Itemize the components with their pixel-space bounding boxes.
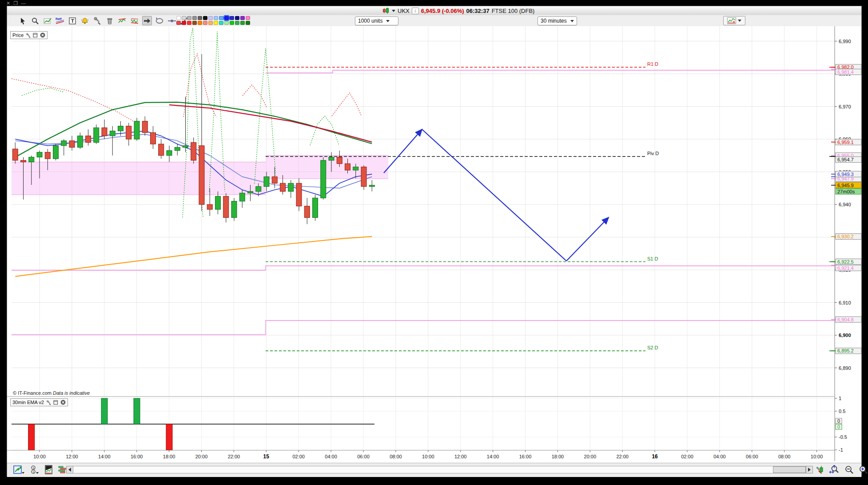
palette-color-1-12[interactable] [240,21,245,25]
zoom-out-icon[interactable] [844,465,855,475]
candle[interactable] [86,136,91,143]
candle[interactable] [223,196,229,218]
candle[interactable] [361,167,366,186]
palette-color-1-1[interactable] [182,21,186,25]
histogram-bar[interactable] [166,424,172,450]
candle[interactable] [369,185,374,187]
segment-tool-icon[interactable] [167,16,177,25]
candle[interactable] [329,157,334,160]
candle[interactable] [61,141,67,146]
candle[interactable] [215,196,221,209]
candle[interactable] [134,121,139,139]
candle[interactable] [37,152,42,157]
alert-bell-icon[interactable] [80,16,90,25]
histogram-bar[interactable] [101,398,108,424]
candle[interactable] [207,204,212,209]
palette-color-0-2[interactable] [187,16,191,20]
candle[interactable] [296,183,302,206]
palette-color-1-0[interactable] [176,21,181,25]
info-icon[interactable]: i [412,8,419,14]
zoom-tool-icon[interactable] [30,16,40,25]
palette-color-0-11[interactable] [235,16,239,20]
candle[interactable] [321,160,326,198]
candle[interactable] [337,157,342,164]
pattern-down-icon[interactable] [130,16,139,25]
palette-color-1-6[interactable] [208,21,213,25]
candle[interactable] [256,187,261,192]
candle[interactable] [175,147,180,150]
candle[interactable] [142,121,147,133]
histogram-bar[interactable] [134,398,140,424]
candle[interactable] [77,136,83,148]
palette-color-0-8[interactable] [219,16,223,20]
candle[interactable] [272,177,277,184]
palette-color-1-9[interactable] [224,21,229,25]
candle[interactable] [110,131,115,136]
palette-color-0-9[interactable] [224,16,229,20]
candle[interactable] [126,126,131,139]
histogram-bar[interactable] [28,424,35,450]
palette-color-0-13[interactable] [246,16,250,20]
scroll-right-button[interactable] [806,466,813,473]
timeframe-dropdown[interactable]: 30 minutes [538,16,577,25]
pattern-up-icon[interactable] [117,16,127,25]
candle[interactable] [102,128,107,136]
candle[interactable] [159,144,164,156]
candle[interactable] [191,142,196,160]
candle[interactable] [53,146,59,159]
candle[interactable] [353,167,358,170]
candle[interactable] [45,152,50,159]
candle[interactable] [29,157,34,162]
chevron-down-icon[interactable] [392,10,395,12]
candle[interactable] [231,201,237,218]
candle[interactable] [21,160,26,162]
candle[interactable] [239,193,245,201]
detach-window-icon[interactable] [29,465,40,475]
color-palette[interactable] [176,16,251,25]
palette-color-1-7[interactable] [214,21,218,25]
palette-color-0-4[interactable] [198,16,202,20]
candle[interactable] [167,151,172,156]
zoom-in-icon[interactable] [858,465,868,475]
close-icon[interactable] [60,400,66,405]
palette-color-0-6[interactable] [208,16,213,20]
palette-color-1-8[interactable] [219,21,223,25]
candle[interactable] [151,132,156,144]
palette-color-0-3[interactable] [192,16,197,20]
candle[interactable] [248,192,253,193]
palette-color-1-5[interactable] [203,21,207,25]
candle[interactable] [313,198,318,217]
palette-color-0-0[interactable] [176,16,181,20]
wrench-icon[interactable] [46,400,51,405]
candle[interactable] [183,146,188,148]
scroll-left-button[interactable] [66,466,73,473]
palette-color-0-7[interactable] [214,16,218,20]
duplicate-icon[interactable] [33,33,38,38]
scrollbar-thumb[interactable] [773,466,806,473]
candle[interactable] [288,183,294,191]
pointer-tool-icon[interactable] [18,16,28,25]
scrollbar-track[interactable] [73,466,806,473]
candle[interactable] [199,146,204,204]
palette-color-0-1[interactable] [182,16,186,20]
ellipse-tool-icon[interactable] [155,16,164,25]
time-scrollbar[interactable] [66,466,813,473]
palette-color-1-11[interactable] [235,21,239,25]
candle[interactable] [118,126,123,131]
wrench-icon[interactable] [26,33,31,38]
export-chart-icon[interactable] [13,465,25,475]
projection-arrows[interactable] [384,129,609,261]
raff-channel-icon[interactable]: Raff [55,16,65,25]
duplicate-icon[interactable] [53,400,58,405]
palette-color-1-3[interactable] [192,21,197,25]
indicators-icon[interactable] [43,16,52,25]
text-tool-icon[interactable]: T [68,16,77,25]
palette-color-1-2[interactable] [187,21,191,25]
candle[interactable] [345,164,350,170]
delete-trash-icon[interactable] [105,16,115,25]
candle[interactable] [304,206,310,218]
close-icon[interactable] [40,32,45,38]
price-chart-svg[interactable]: R1 DPiv DS1 DS2 D6,9906,9806,9706,9606,9… [7,26,861,463]
arrow-tool-icon[interactable] [142,16,152,25]
palette-color-1-10[interactable] [230,21,234,25]
